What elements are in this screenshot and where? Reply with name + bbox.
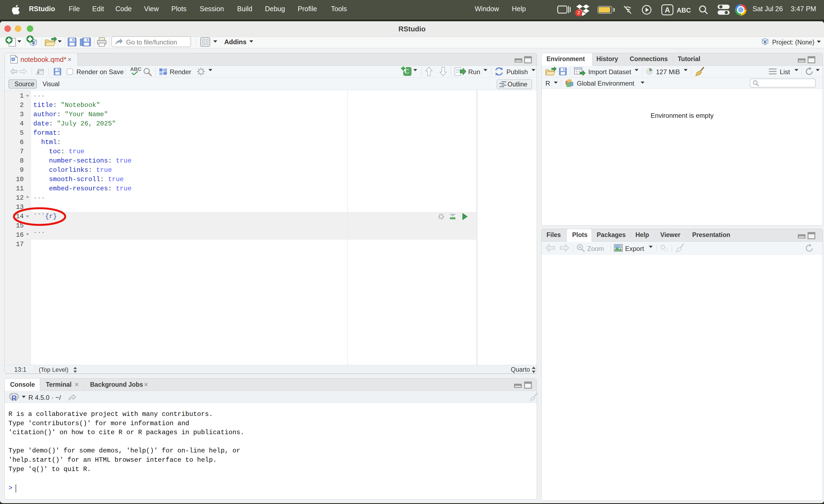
svg-text:R: R bbox=[11, 394, 17, 401]
svg-text:R: R bbox=[32, 41, 35, 45]
svg-text:R: R bbox=[764, 40, 767, 44]
